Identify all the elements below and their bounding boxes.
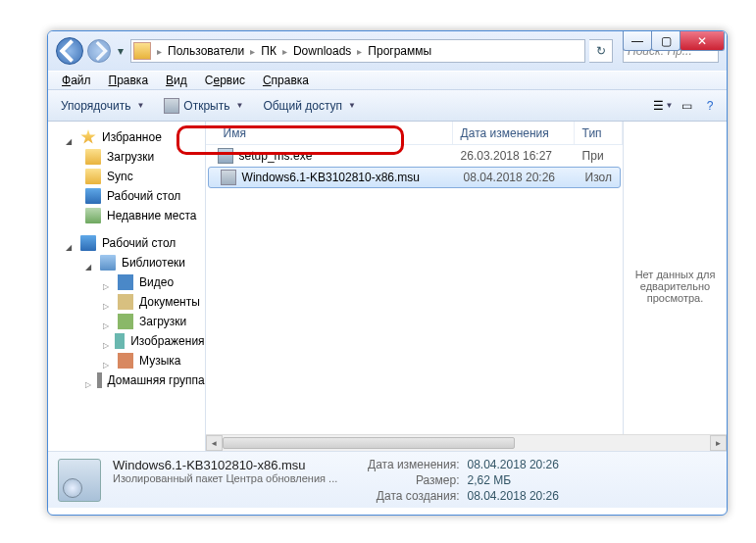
organize-button[interactable]: Упорядочить▼ (54, 95, 151, 117)
share-button[interactable]: Общий доступ▼ (256, 95, 363, 117)
msu-icon (221, 170, 236, 185)
breadcrumb-bar[interactable]: ▸ Пользователи▸ ПК▸ Downloads▸ Программы (130, 39, 585, 63)
details-pane: Windows6.1-KB3102810-x86.msu Изолированн… (48, 451, 727, 508)
file-row[interactable]: setup_ms.exe 26.03.2018 16:27 При (206, 145, 623, 167)
menu-view[interactable]: Вид (158, 72, 195, 89)
nav-sync[interactable]: Sync (48, 167, 205, 186)
star-icon (80, 129, 96, 145)
nav-favorites[interactable]: Избранное (48, 127, 205, 147)
nav-desktop[interactable]: Рабочий стол (48, 186, 205, 206)
nav-downloads[interactable]: Загрузки (48, 147, 205, 167)
help-button[interactable]: ? (699, 95, 721, 117)
details-modified-label: Дата изменения: (368, 458, 460, 471)
scroll-left-button[interactable]: ◄ (206, 435, 223, 451)
nav-desktop-root[interactable]: Рабочий стол (48, 233, 205, 253)
column-headers: Имя Дата изменения Тип (206, 122, 623, 145)
breadcrumb-item[interactable]: Пользователи (164, 40, 248, 62)
breadcrumb-item[interactable]: Программы (364, 40, 435, 62)
folder-icon (133, 42, 151, 60)
details-created-label: Дата создания: (368, 489, 460, 503)
nav-history-dropdown[interactable]: ▾ (115, 41, 126, 61)
folder-icon (85, 169, 101, 184)
folder-icon (85, 149, 101, 165)
desktop-icon (80, 235, 96, 251)
minimize-button[interactable]: — (623, 31, 652, 51)
image-icon (115, 333, 125, 349)
recent-icon (85, 208, 101, 223)
library-icon (100, 255, 116, 271)
explorer-window: — ▢ ✕ ▾ ▸ Пользователи▸ ПК▸ Downloads▸ П… (47, 30, 728, 516)
menu-bar: Файл Правка Вид Сервис Справка (48, 71, 727, 90)
nav-homegroup[interactable]: Домашняя группа (48, 370, 205, 390)
open-button[interactable]: Открыть▼ (157, 94, 250, 118)
details-size-label: Размер: (368, 473, 460, 487)
file-row-selected[interactable]: Windows6.1-KB3102810-x86.msu 08.04.2018 … (208, 167, 621, 188)
breadcrumb-item[interactable]: Downloads (289, 40, 355, 62)
file-large-icon (58, 459, 101, 502)
video-icon (118, 274, 133, 290)
nav-documents[interactable]: Документы (48, 292, 205, 312)
nav-images[interactable]: Изображения (48, 331, 205, 351)
nav-downloads2[interactable]: Загрузки (48, 312, 205, 331)
exe-icon (218, 148, 233, 164)
details-filetype: Изолированный пакет Центра обновления ..… (113, 472, 368, 484)
column-type[interactable]: Тип (575, 122, 623, 144)
menu-help[interactable]: Справка (255, 72, 317, 89)
file-list-pane: Имя Дата изменения Тип setup_ms.exe 26.0… (206, 122, 727, 451)
maximize-button[interactable]: ▢ (651, 31, 680, 51)
window-controls: — ▢ ✕ (624, 31, 725, 51)
details-filename: Windows6.1-KB3102810-x86.msu (113, 458, 368, 472)
desktop-icon (85, 188, 101, 204)
nav-recent[interactable]: Недавние места (48, 206, 205, 225)
menu-edit[interactable]: Правка (101, 72, 157, 89)
close-button[interactable]: ✕ (680, 31, 725, 51)
scroll-thumb[interactable] (223, 437, 515, 449)
details-size-value: 2,62 МБ (468, 473, 559, 487)
navigation-pane: Избранное Загрузки Sync Рабочий стол Нед… (48, 122, 206, 451)
music-icon (118, 353, 133, 369)
menu-file[interactable]: Файл (54, 72, 99, 89)
preview-pane: Нет данных для едварительно просмотра. (623, 122, 727, 451)
column-date[interactable]: Дата изменения (453, 122, 575, 144)
horizontal-scrollbar[interactable]: ◄ ► (206, 434, 623, 451)
nav-music[interactable]: Музыка (48, 351, 205, 370)
homegroup-icon (97, 372, 102, 388)
toolbar: Упорядочить▼ Открыть▼ Общий доступ▼ ☰▼ ▭… (48, 90, 727, 122)
refresh-button[interactable]: ↻ (589, 39, 613, 63)
download-icon (118, 314, 133, 329)
menu-tools[interactable]: Сервис (197, 72, 253, 89)
forward-button[interactable] (87, 39, 111, 63)
column-name[interactable]: Имя (206, 122, 453, 144)
nav-libraries[interactable]: Библиотеки (48, 253, 205, 272)
preview-pane-button[interactable]: ▭ (676, 95, 697, 117)
document-icon (118, 294, 133, 310)
details-created-value: 08.04.2018 20:26 (468, 489, 559, 503)
package-icon (164, 98, 179, 114)
back-button[interactable] (56, 37, 83, 65)
content-area: Избранное Загрузки Sync Рабочий стол Нед… (48, 122, 727, 451)
breadcrumb-item[interactable]: ПК (257, 40, 280, 62)
details-modified-value: 08.04.2018 20:26 (468, 458, 559, 471)
nav-videos[interactable]: Видео (48, 272, 205, 292)
view-options-button[interactable]: ☰▼ (652, 95, 674, 117)
